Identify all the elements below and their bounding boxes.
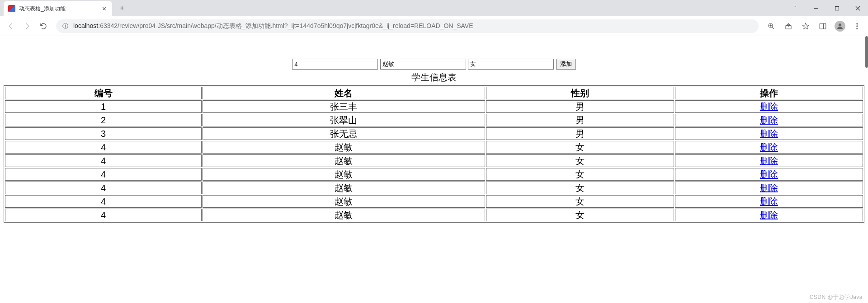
table-row: 4赵敏女删除 [5, 154, 863, 167]
toolbar-right [764, 19, 864, 33]
cell-gender: 男 [486, 100, 674, 113]
student-table: 学生信息表 编号 姓名 性别 操作 1张三丰男删除2张翠山男删除3张无忌男删除4… [4, 70, 864, 223]
window-maximize-button[interactable] [826, 0, 847, 16]
cell-gender: 男 [486, 114, 674, 126]
cell-id: 4 [5, 141, 202, 154]
delete-link[interactable]: 删除 [760, 142, 778, 152]
name-input[interactable] [380, 59, 466, 70]
cell-op: 删除 [675, 100, 863, 113]
cell-name: 张翠山 [203, 114, 485, 126]
table-row: 3张无忌男删除 [5, 127, 863, 140]
tab-overflow-icon[interactable]: ˅ [785, 0, 806, 16]
watermark: CSDN @于总学Java [810, 294, 863, 301]
delete-link[interactable]: 删除 [760, 102, 778, 112]
table-header-row: 编号 姓名 性别 操作 [5, 87, 863, 99]
forward-button[interactable] [20, 19, 34, 33]
table-row: 4赵敏女删除 [5, 168, 863, 181]
cell-name: 张三丰 [203, 100, 485, 113]
svg-rect-1 [835, 6, 839, 10]
cell-gender: 女 [486, 141, 674, 154]
id-input[interactable] [292, 59, 378, 70]
delete-link[interactable]: 删除 [760, 196, 778, 206]
cell-gender: 女 [486, 154, 674, 167]
reload-button[interactable] [36, 19, 51, 33]
delete-link[interactable]: 删除 [760, 183, 778, 193]
page-content: 添加 学生信息表 编号 姓名 性别 操作 1张三丰男删除2张翠山男删除3张无忌男… [0, 36, 868, 223]
cell-id: 4 [5, 168, 202, 181]
cell-name: 赵敏 [203, 154, 485, 167]
cell-op: 删除 [675, 154, 863, 167]
delete-link[interactable]: 删除 [760, 156, 778, 166]
table-row: 4赵敏女删除 [5, 141, 863, 154]
scroll-accent [865, 36, 868, 68]
cell-op: 删除 [675, 141, 863, 154]
cell-id: 4 [5, 195, 202, 208]
address-bar[interactable]: ⓘ localhost:63342/review/pro04-JS/src/ma… [56, 19, 759, 33]
cell-op: 删除 [675, 168, 863, 181]
cell-op: 删除 [675, 114, 863, 126]
table-row: 4赵敏女删除 [5, 209, 863, 221]
delete-link[interactable]: 删除 [760, 129, 778, 139]
cell-gender: 女 [486, 182, 674, 194]
svg-point-14 [857, 23, 858, 24]
cell-gender: 女 [486, 168, 674, 181]
cell-id: 2 [5, 114, 202, 126]
svg-line-5 [772, 27, 774, 29]
table-row: 2张翠山男删除 [5, 114, 863, 126]
svg-marker-10 [802, 23, 809, 29]
cell-id: 4 [5, 182, 202, 194]
cell-id: 1 [5, 100, 202, 113]
delete-link[interactable]: 删除 [760, 169, 778, 179]
tab-strip: 动态表格_添加功能 ✕ + ˅ [0, 0, 868, 16]
header-name: 姓名 [203, 87, 485, 99]
svg-point-15 [857, 25, 858, 26]
header-id: 编号 [5, 87, 202, 99]
window-close-button[interactable] [847, 0, 868, 16]
site-info-icon[interactable]: ⓘ [61, 23, 69, 30]
delete-link[interactable]: 删除 [760, 115, 778, 125]
delete-link[interactable]: 删除 [760, 210, 778, 220]
cell-gender: 女 [486, 209, 674, 221]
cell-id: 3 [5, 127, 202, 140]
cell-op: 删除 [675, 195, 863, 208]
back-button[interactable] [4, 19, 18, 33]
browser-chrome: 动态表格_添加功能 ✕ + ˅ ⓘ [0, 0, 868, 36]
bookmark-icon[interactable] [798, 19, 813, 33]
tab-title: 动态表格_添加功能 [19, 5, 97, 13]
cell-name: 赵敏 [203, 141, 485, 154]
profile-button[interactable] [833, 19, 847, 33]
window-minimize-button[interactable] [806, 0, 826, 16]
add-form: 添加 [0, 59, 868, 70]
cell-op: 删除 [675, 127, 863, 140]
gender-input[interactable] [468, 59, 554, 70]
cell-name: 赵敏 [203, 168, 485, 181]
kebab-menu-icon[interactable] [850, 19, 864, 33]
header-op: 操作 [675, 87, 863, 99]
window-controls: ˅ [785, 0, 868, 16]
cell-gender: 女 [486, 195, 674, 208]
close-tab-icon[interactable]: ✕ [100, 5, 108, 12]
zoom-icon[interactable] [764, 19, 778, 33]
cell-name: 赵敏 [203, 209, 485, 221]
cell-id: 4 [5, 209, 202, 221]
cell-name: 赵敏 [203, 182, 485, 194]
cell-name: 张无忌 [203, 127, 485, 140]
url-text: localhost:63342/review/pro04-JS/src/main… [73, 22, 753, 30]
url-host: localhost [73, 22, 98, 29]
browser-toolbar: ⓘ localhost:63342/review/pro04-JS/src/ma… [0, 16, 868, 36]
url-path: :63342/review/pro04-JS/src/main/webapp/动… [98, 22, 473, 29]
add-button[interactable]: 添加 [556, 59, 576, 70]
side-panel-icon[interactable] [816, 19, 830, 33]
cell-gender: 男 [486, 127, 674, 140]
table-row: 1张三丰男删除 [5, 100, 863, 113]
favicon-icon [8, 5, 15, 12]
svg-point-13 [839, 23, 841, 26]
cell-id: 4 [5, 154, 202, 167]
browser-tab[interactable]: 动态表格_添加功能 ✕ [4, 1, 112, 16]
svg-point-16 [857, 28, 858, 29]
share-icon[interactable] [781, 19, 796, 33]
table-row: 4赵敏女删除 [5, 195, 863, 208]
svg-rect-11 [820, 23, 826, 29]
new-tab-button[interactable]: + [116, 2, 128, 14]
table-row: 4赵敏女删除 [5, 182, 863, 194]
